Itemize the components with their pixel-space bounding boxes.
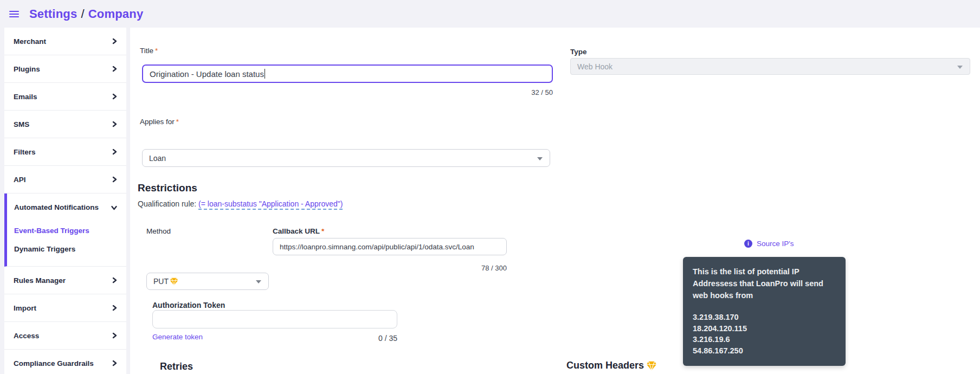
breadcrumb: Settings / Company [29,7,143,21]
main-content-panel: Title* Origination - Update loan status … [130,28,980,374]
authorization-token-input[interactable] [152,310,397,328]
method-select[interactable]: PUT [146,273,269,290]
callback-url-label: Callback URL* [273,227,324,235]
text-cursor [265,69,265,79]
settings-sidebar: Merchant Plugins Emails SMS Filters API … [4,28,126,374]
sidebar-item-rules-manager[interactable]: Rules Manager [4,267,126,294]
chevron-right-icon [111,149,118,155]
title-input-value: Origination - Update loan status [150,69,264,79]
sidebar-item-merchant[interactable]: Merchant [4,28,126,55]
caret-down-icon [537,157,543,160]
chevron-right-icon [111,305,118,311]
retries-heading: Retries [160,361,193,372]
source-ip: 54.86.167.250 [693,345,836,357]
sidebar-item-event-based-triggers[interactable]: Event-Based Triggers [7,221,126,240]
restrictions-heading: Restrictions [138,182,197,194]
callback-url-input-value: https://loanpro.simnang.com/api/public/a… [280,243,474,251]
sidebar-item-automated-notifications[interactable]: Automated Notifications [7,194,126,221]
sidebar-group-automated-notifications: Automated Notifications Event-Based Trig… [4,194,126,267]
sidebar-item-compliance-guardrails[interactable]: Compliance Guardrails [4,350,126,374]
breadcrumb-settings[interactable]: Settings [29,7,77,21]
custom-headers-heading: Custom Headers [566,360,657,371]
chevron-right-icon [111,38,118,44]
source-ip: 3.219.38.170 [693,312,836,323]
source-ips-link[interactable]: i Source IP's [744,240,794,248]
callback-url-input[interactable]: https://loanpro.simnang.com/api/public/a… [273,238,507,255]
chevron-down-icon [111,204,118,211]
title-char-counter: 32 / 50 [142,88,553,96]
info-icon[interactable]: i [744,240,752,248]
source-ip: 3.216.19.6 [693,334,836,345]
chevron-right-icon [111,332,118,339]
callback-url-char-counter: 78 / 300 [273,264,507,272]
sidebar-item-dynamic-triggers[interactable]: Dynamic Triggers [7,240,126,258]
chevron-right-icon [111,121,118,127]
premium-diamond-icon [646,361,657,371]
breadcrumb-company[interactable]: Company [88,7,144,21]
source-ip: 18.204.120.115 [693,323,836,334]
type-label: Type [570,48,587,56]
required-asterisk: * [176,118,179,126]
source-ips-tooltip-text: This is the list of potential IP Address… [693,266,836,301]
breadcrumb-separator: / [81,7,84,21]
qualification-rule-label: Qualification rule: [138,199,196,208]
source-ips-list: 3.219.38.170 18.204.120.115 3.216.19.6 5… [693,312,836,356]
authorization-token-char-counter: 0 / 35 [152,334,397,343]
title-label: Title* [140,47,158,55]
required-asterisk: * [155,47,158,55]
type-select[interactable]: Web Hook [570,58,970,75]
chevron-right-icon [111,176,118,183]
premium-diamond-icon [170,278,178,286]
qualification-rule-row: Qualification rule: (= loan-substatus "A… [138,199,343,208]
authorization-token-label: Authorization Token [152,301,225,309]
qualification-rule-link[interactable]: (= loan-substatus "Application - Approve… [198,199,343,210]
chevron-right-icon [111,66,118,72]
method-label: Method [146,227,171,235]
sidebar-item-sms[interactable]: SMS [4,111,126,138]
sidebar-item-import[interactable]: Import [4,294,126,322]
chevron-right-icon [111,277,118,283]
sidebar-item-plugins[interactable]: Plugins [4,55,126,83]
caret-down-icon [957,66,963,69]
applies-for-label: Applies for* [140,118,179,126]
caret-down-icon [256,280,261,283]
sidebar-item-filters[interactable]: Filters [4,138,126,166]
sidebar-item-access[interactable]: Access [4,322,126,350]
sidebar-item-api[interactable]: API [4,166,126,194]
type-select-value: Web Hook [577,62,612,71]
source-ips-tooltip: This is the list of potential IP Address… [683,257,846,366]
chevron-right-icon [111,360,118,366]
method-select-value: PUT [153,277,169,286]
applies-for-select[interactable]: Loan [142,149,550,167]
required-asterisk: * [321,227,324,235]
hamburger-menu-icon[interactable] [9,10,20,18]
title-input[interactable]: Origination - Update loan status [142,65,553,83]
top-header-bar: Settings / Company [0,0,980,28]
applies-for-select-value: Loan [149,154,166,163]
chevron-right-icon [111,93,118,100]
source-ips-label: Source IP's [757,240,794,248]
sidebar-item-emails[interactable]: Emails [4,83,126,111]
